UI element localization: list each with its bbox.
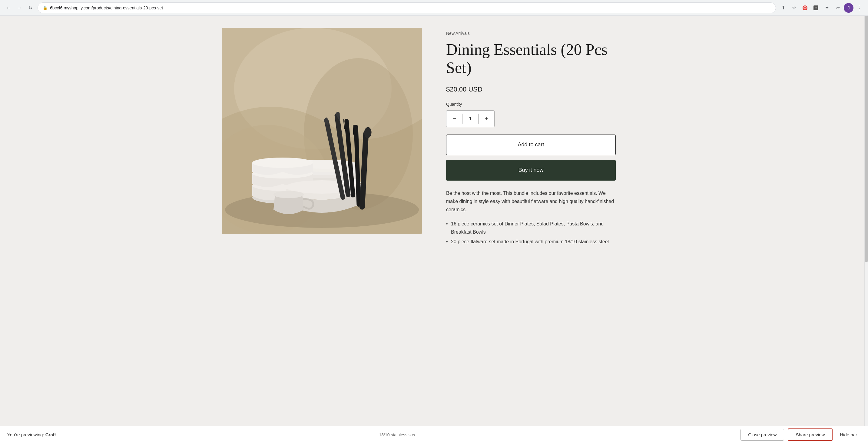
product-image-section xyxy=(222,28,422,414)
preview-text: You're previewing: Craft xyxy=(7,432,56,438)
svg-point-23 xyxy=(252,157,313,168)
menu-button[interactable]: ⋮ xyxy=(855,3,864,13)
preview-counter: 18/10 stainless steel xyxy=(379,432,417,438)
address-bar[interactable]: 🔒 6bccf6.myshopify.com/products/dining-e… xyxy=(37,2,776,13)
svg-text:⊞: ⊞ xyxy=(815,6,817,10)
scrollbar[interactable] xyxy=(864,16,868,426)
preview-prefix: You're previewing: xyxy=(7,432,44,437)
buy-now-button[interactable]: Buy it now xyxy=(446,160,616,181)
preview-bar: You're previewing: Craft 18/10 stainless… xyxy=(0,426,868,443)
product-info-section: New Arrivals Dining Essentials (20 Pcs S… xyxy=(446,28,616,414)
back-button[interactable]: ← xyxy=(4,3,13,13)
preview-label: You're previewing: Craft xyxy=(7,432,56,437)
scroll-thumb[interactable] xyxy=(865,16,868,262)
window-button[interactable]: ▱ xyxy=(833,3,842,13)
preview-theme-name: Craft xyxy=(45,432,56,437)
profile-button[interactable]: J xyxy=(844,3,854,13)
quantity-decrease-button[interactable]: − xyxy=(446,111,462,127)
share-preview-button[interactable]: Share preview xyxy=(788,429,833,441)
product-description: Be the host with the most. This bundle i… xyxy=(446,189,616,214)
extension2-button[interactable]: ⊞ xyxy=(811,3,821,13)
svg-point-2 xyxy=(804,7,806,8)
page-content: New Arrivals Dining Essentials (20 Pcs S… xyxy=(0,16,868,426)
url-text: 6bccf6.myshopify.com/products/dining-ess… xyxy=(50,5,163,10)
extension1-button[interactable] xyxy=(800,3,810,13)
forward-button[interactable]: → xyxy=(14,3,24,13)
preview-actions: Close preview Share preview Hide bar xyxy=(741,429,861,441)
bookmark-button[interactable]: ☆ xyxy=(789,3,799,13)
reload-button[interactable]: ↻ xyxy=(26,3,35,13)
menu-dots-icon: ⋮ xyxy=(857,4,862,11)
nav-buttons: ← → ↻ xyxy=(4,3,35,13)
extension3-button[interactable]: ✦ xyxy=(822,3,832,13)
product-price: $20.00 USD xyxy=(446,85,616,93)
quantity-label: Quantity xyxy=(446,102,616,107)
browser-actions: ⬆ ☆ ⊞ ✦ ▱ J ⋮ xyxy=(778,3,864,13)
product-container: New Arrivals Dining Essentials (20 Pcs S… xyxy=(222,28,646,414)
product-features: 16 piece ceramics set of Dinner Plates, … xyxy=(446,220,616,246)
quantity-control: − 1 + xyxy=(446,110,495,127)
feature-item-1: 16 piece ceramics set of Dinner Plates, … xyxy=(446,220,616,236)
feature-item-2: 20 piece flatware set made in Portugal w… xyxy=(446,238,616,246)
add-to-cart-button[interactable]: Add to cart xyxy=(446,135,616,155)
svg-point-25 xyxy=(274,191,304,198)
product-category: New Arrivals xyxy=(446,31,616,36)
lock-icon: 🔒 xyxy=(43,5,48,10)
browser-chrome: ← → ↻ 🔒 6bccf6.myshopify.com/products/di… xyxy=(0,0,868,16)
close-preview-button[interactable]: Close preview xyxy=(741,429,784,441)
product-title: Dining Essentials (20 Pcs Set) xyxy=(446,40,616,77)
preview-counter-text: 18/10 stainless steel xyxy=(379,433,417,437)
quantity-value: 1 xyxy=(462,116,478,121)
quantity-increase-button[interactable]: + xyxy=(478,111,494,127)
hide-bar-button[interactable]: Hide bar xyxy=(836,429,861,440)
product-image xyxy=(222,28,422,234)
share-page-button[interactable]: ⬆ xyxy=(778,3,788,13)
